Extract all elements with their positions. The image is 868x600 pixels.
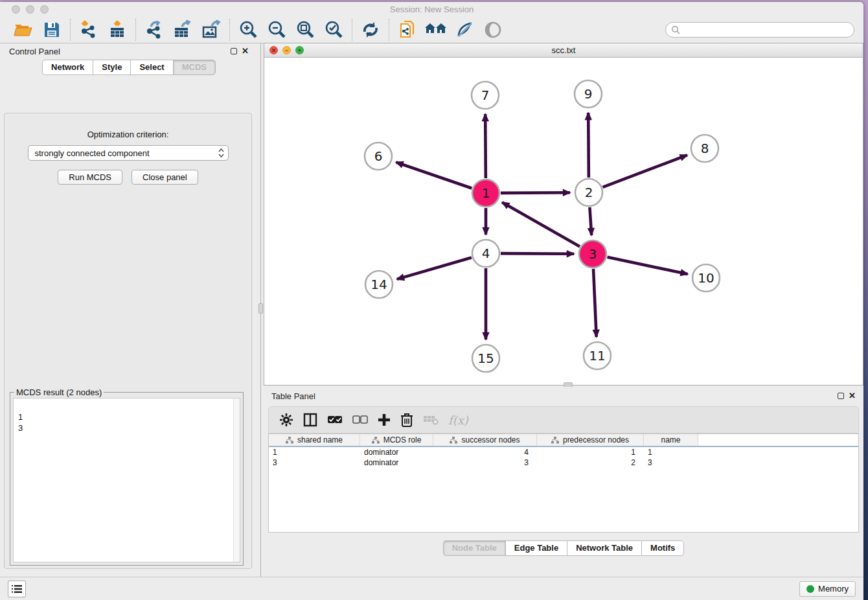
delete-column-icon[interactable] (423, 414, 439, 426)
zoom-network-button[interactable]: + (295, 46, 304, 54)
export-table-icon[interactable] (171, 19, 194, 41)
cell-name[interactable]: 1 (644, 447, 698, 457)
edge-2-8[interactable] (603, 155, 687, 187)
node-table: shared name MCDS role successor nodes pr… (268, 433, 859, 533)
result-scrollbar[interactable] (233, 398, 240, 562)
graph-node-label-2: 2 (585, 185, 593, 200)
search-icon (671, 25, 680, 34)
network-window-titlebar[interactable]: ✕ − + scc.txt (264, 43, 863, 58)
zoom-selected-icon[interactable] (322, 19, 345, 41)
optimization-criterion-dropdown[interactable]: strongly connected component (28, 145, 229, 161)
minimize-window-button[interactable] (26, 5, 34, 14)
memory-label: Memory (818, 584, 849, 594)
table-settings-icon[interactable] (279, 413, 293, 427)
column-header-successor-nodes[interactable]: successor nodes (433, 434, 537, 446)
column-header-predecessor-nodes[interactable]: predecessor nodes (537, 434, 644, 446)
tab-network-table[interactable]: Network Table (567, 540, 641, 556)
edge-4-14[interactable] (397, 257, 472, 279)
float-panel-icon[interactable] (231, 48, 237, 54)
float-table-panel-icon[interactable] (838, 393, 844, 399)
column-header-name[interactable]: name (644, 434, 698, 446)
optimization-criterion-label: Optimization criterion: (5, 130, 251, 139)
cell-shared-name[interactable]: 3 (269, 457, 360, 468)
maximize-window-button[interactable] (40, 5, 49, 14)
cell-successor-nodes[interactable]: 3 (433, 457, 537, 468)
column-header-mcds-role[interactable]: MCDS role (360, 434, 433, 446)
dropdown-stepper-icon (218, 148, 224, 157)
delete-row-icon[interactable] (400, 413, 413, 427)
network-graph[interactable]: 7968124314101511 (264, 58, 863, 386)
column-browser-icon[interactable] (303, 413, 317, 427)
graph-node-label-8: 8 (701, 141, 709, 156)
edge-1-6[interactable] (396, 162, 472, 188)
import-table-icon[interactable] (106, 19, 129, 41)
panel-splitter[interactable] (258, 43, 264, 577)
table-row[interactable]: 1 dominator 4 1 1 (269, 447, 858, 457)
close-panel-icon[interactable]: ✕ (242, 48, 249, 54)
export-network-icon[interactable] (143, 19, 166, 41)
column-header-shared-name[interactable]: shared name (269, 434, 360, 446)
clone-network-icon[interactable] (396, 19, 419, 41)
cell-predecessor-nodes[interactable]: 1 (537, 447, 644, 457)
titlebar: Session: New Session (0, 2, 863, 16)
network-canvas[interactable]: 7968124314101511 (264, 58, 863, 385)
tab-edge-table[interactable]: Edge Table (505, 540, 567, 556)
tab-node-table[interactable]: Node Table (443, 540, 505, 556)
tab-select[interactable]: Select (130, 60, 172, 75)
memory-button[interactable]: Memory (799, 581, 856, 597)
edge-2-9[interactable] (588, 113, 589, 178)
tab-style[interactable]: Style (93, 60, 130, 75)
export-image-icon[interactable] (200, 19, 223, 41)
edge-3-1[interactable] (502, 202, 580, 246)
zoom-in-icon[interactable] (236, 19, 260, 41)
tab-mcds[interactable]: MCDS (173, 60, 216, 75)
edge-1-7[interactable] (485, 114, 486, 178)
cell-name[interactable]: 3 (644, 457, 698, 468)
edge-2-3[interactable] (589, 207, 591, 235)
close-panel-button[interactable]: Close panel (131, 170, 198, 185)
cell-shared-name[interactable]: 1 (269, 447, 360, 457)
close-network-button[interactable]: ✕ (269, 46, 278, 54)
apply-layout-icon[interactable] (359, 19, 382, 41)
close-window-button[interactable] (12, 5, 20, 14)
add-row-icon[interactable] (378, 413, 391, 426)
unselect-all-icon[interactable] (352, 415, 368, 425)
tab-network[interactable]: Network (42, 60, 93, 75)
search-field[interactable] (665, 22, 854, 38)
cell-predecessor-nodes[interactable]: 2 (537, 457, 644, 468)
zoom-out-icon[interactable] (265, 19, 288, 41)
table-panel-title: Table Panel (271, 391, 315, 401)
window-controls[interactable] (12, 5, 49, 14)
save-session-icon[interactable] (40, 19, 63, 41)
graph-node-label-15: 15 (477, 351, 494, 366)
edge-1-2[interactable] (501, 192, 570, 193)
function-builder-icon[interactable]: f(x) (448, 413, 468, 427)
minimize-network-button[interactable]: − (282, 46, 291, 54)
network-window-controls[interactable]: ✕ − + (269, 46, 304, 54)
task-history-button[interactable] (8, 581, 26, 597)
open-session-icon[interactable] (12, 19, 35, 41)
table-row[interactable]: 3 dominator 3 2 3 (269, 457, 858, 468)
column-header-filler (698, 434, 858, 446)
cell-mcds-role[interactable]: dominator (360, 457, 433, 468)
tab-motifs[interactable]: Motifs (641, 540, 684, 556)
cell-mcds-role[interactable]: dominator (360, 447, 433, 457)
splitter-handle-icon[interactable] (258, 303, 263, 314)
select-all-icon[interactable] (327, 415, 343, 425)
zoom-fit-icon[interactable] (293, 19, 317, 41)
hide-details-icon[interactable] (453, 19, 476, 41)
import-network-icon[interactable] (77, 19, 100, 41)
mcds-result-list[interactable]: 1 3 (13, 398, 240, 562)
close-table-panel-icon[interactable]: ✕ (849, 393, 856, 399)
control-panel-tabs: Network Style Select MCDS (0, 60, 258, 75)
control-panel: Control Panel ✕ Network Style Select MCD… (0, 43, 258, 577)
first-neighbors-icon[interactable] (424, 19, 448, 41)
search-input[interactable] (680, 25, 849, 34)
graph-node-label-4: 4 (482, 246, 490, 261)
edge-3-11[interactable] (593, 269, 597, 337)
edge-3-10[interactable] (608, 257, 688, 274)
run-mcds-button[interactable]: Run MCDS (58, 170, 122, 185)
edge-4-3[interactable] (501, 253, 574, 254)
birds-eye-view-icon[interactable] (481, 19, 505, 41)
cell-successor-nodes[interactable]: 4 (433, 447, 537, 457)
